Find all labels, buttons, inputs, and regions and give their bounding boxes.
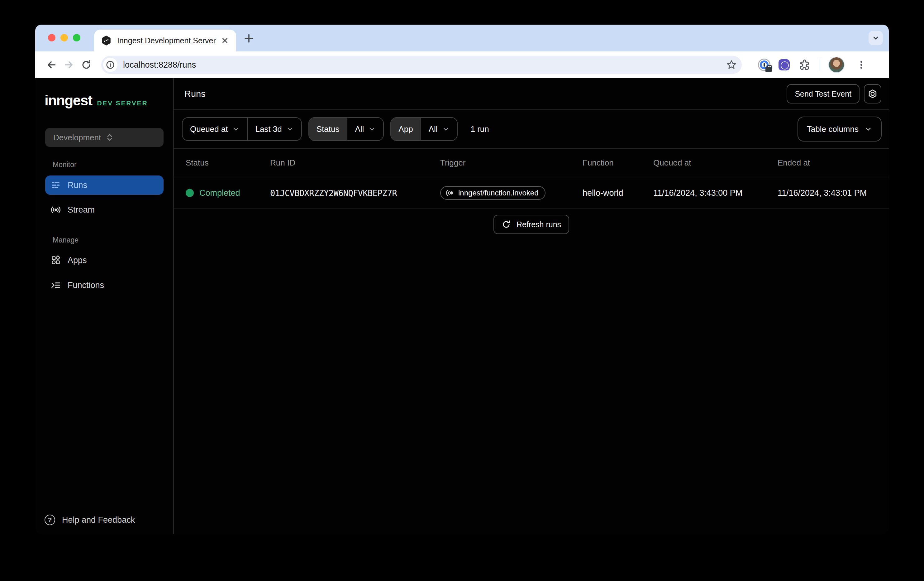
help-and-feedback[interactable]: ? Help and Feedback: [45, 515, 135, 525]
page-title: Runs: [185, 89, 787, 99]
table-row[interactable]: Completed 01JCVBDXRZZY2W6NQFVKBEPZ7R: [174, 177, 889, 209]
app-filter-value: All: [429, 124, 438, 134]
ended-at-value: 11/16/2024, 3:43:01 PM: [777, 188, 889, 198]
forward-icon: [64, 60, 74, 70]
help-question-icon: ?: [45, 515, 55, 525]
status-filter-dropdown[interactable]: All: [347, 118, 383, 140]
settings-gear-icon: [868, 89, 878, 99]
sidebar-item-stream[interactable]: Stream: [45, 200, 163, 219]
sidebar-item-functions[interactable]: Functions: [45, 276, 163, 295]
column-header-function: Function: [582, 158, 653, 168]
section-label-monitor: Monitor: [53, 161, 77, 169]
inngest-app: inngest DEV SERVER Development Monitor: [35, 78, 889, 534]
chevron-down-icon: [871, 33, 880, 43]
queued-at-value: 11/16/2024, 3:43:00 PM: [653, 188, 777, 198]
app-filter-label: App: [391, 118, 420, 140]
functions-icon: [51, 280, 61, 290]
avatar[interactable]: [828, 57, 845, 73]
page-header: Runs Send Test Event: [174, 78, 889, 110]
dev-server-badge: DEV SERVER: [97, 99, 148, 107]
settings-button[interactable]: [864, 84, 881, 103]
time-field-dropdown[interactable]: Queued at: [183, 118, 247, 140]
updown-chevron-icon: [105, 133, 157, 142]
purple-extension-icon[interactable]: [779, 59, 790, 70]
filter-bar: Queued at Last 3d: [174, 110, 889, 149]
table-columns-button[interactable]: Table columns: [797, 117, 882, 142]
sidebar-item-apps[interactable]: Apps: [45, 251, 163, 270]
column-header-ended-at: Ended at: [777, 158, 889, 168]
refresh-runs-button[interactable]: Refresh runs: [493, 215, 569, 234]
forward-button[interactable]: [60, 56, 78, 74]
new-tab-button[interactable]: [243, 33, 254, 44]
kebab-menu-icon: [856, 60, 866, 70]
app-filter-group: App All: [390, 117, 457, 141]
chevron-down-icon: [286, 125, 294, 133]
browser-tab-strip: Inngest Development Server: [35, 25, 889, 51]
time-range-value: Last 3d: [255, 124, 282, 134]
sidebar-item-label: Apps: [68, 256, 87, 265]
function-name: hello-world: [582, 188, 653, 198]
browser-tab[interactable]: Inngest Development Server: [94, 30, 236, 51]
column-header-trigger: Trigger: [440, 158, 582, 168]
reload-icon: [81, 60, 92, 70]
refresh-area: Refresh runs: [174, 209, 889, 234]
refresh-icon: [502, 220, 511, 229]
status-label: Completed: [200, 188, 240, 198]
column-header-queued-at: Queued at: [653, 158, 777, 168]
status-filter-group: Status All: [309, 117, 384, 141]
trigger-event-name: inngest/function.invoked: [458, 189, 539, 197]
environment-select[interactable]: Development: [45, 128, 163, 147]
tab-search-button[interactable]: [868, 31, 883, 45]
chevron-down-icon: [442, 125, 450, 133]
column-header-run-id: Run ID: [270, 158, 440, 168]
bookmark-button[interactable]: [726, 60, 737, 70]
main-content: Runs Send Test Event Queued at: [174, 78, 889, 534]
runs-list-icon: [51, 180, 61, 190]
info-icon: [106, 60, 115, 70]
chevron-down-icon: [368, 125, 376, 133]
back-button[interactable]: [43, 56, 60, 74]
sidebar-item-runs[interactable]: Runs: [45, 175, 163, 195]
environment-select-value: Development: [53, 133, 105, 142]
extensions-button[interactable]: [799, 59, 810, 70]
send-test-event-button[interactable]: Send Test Event: [787, 84, 860, 103]
run-id: 01JCVBDXRZZY2W6NQFVKBEPZ7R: [270, 188, 440, 198]
time-range-dropdown[interactable]: Last 3d: [247, 118, 301, 140]
section-label-manage: Manage: [53, 236, 79, 244]
run-count: 1 run: [471, 124, 489, 134]
minimize-window-button[interactable]: [61, 34, 68, 41]
toolbar-divider: [820, 59, 820, 71]
table-columns-label: Table columns: [807, 124, 859, 134]
onepassword-icon[interactable]: [758, 59, 771, 71]
site-info-button[interactable]: [103, 58, 117, 72]
tab-close-icon[interactable]: [220, 36, 230, 46]
empty-area: [174, 234, 889, 534]
stream-broadcast-icon: [51, 205, 61, 215]
time-filter-group: Queued at Last 3d: [182, 117, 302, 141]
maximize-window-button[interactable]: [73, 34, 80, 41]
status-dot-completed: [186, 189, 194, 197]
browser-window: Inngest Development Server: [35, 25, 889, 534]
trigger-cell: inngest/function.invoked: [440, 186, 582, 200]
address-bar[interactable]: localhost:8288/runs: [101, 56, 742, 74]
sidebar: inngest DEV SERVER Development Monitor: [35, 78, 174, 534]
logo-wordmark: inngest: [45, 92, 92, 109]
time-field-label: Queued at: [190, 124, 228, 134]
toolbar-extensions: [758, 57, 866, 73]
sidebar-item-label: Runs: [68, 180, 87, 190]
apps-grid-icon: [51, 255, 61, 265]
back-icon: [46, 60, 57, 70]
url-text: localhost:8288/runs: [123, 60, 196, 70]
bookmark-star-icon: [726, 60, 737, 70]
refresh-runs-label: Refresh runs: [516, 220, 561, 229]
close-window-button[interactable]: [48, 34, 56, 41]
puzzle-extensions-icon: [799, 59, 810, 70]
inngest-hexagon-favicon: [101, 35, 112, 46]
column-header-status: Status: [186, 158, 270, 168]
trigger-pulse-icon: [446, 189, 455, 197]
browser-menu-button[interactable]: [856, 60, 866, 70]
sidebar-item-label: Stream: [68, 205, 95, 215]
reload-button[interactable]: [78, 56, 95, 74]
trigger-badge[interactable]: inngest/function.invoked: [440, 186, 546, 200]
app-filter-dropdown[interactable]: All: [421, 118, 457, 140]
